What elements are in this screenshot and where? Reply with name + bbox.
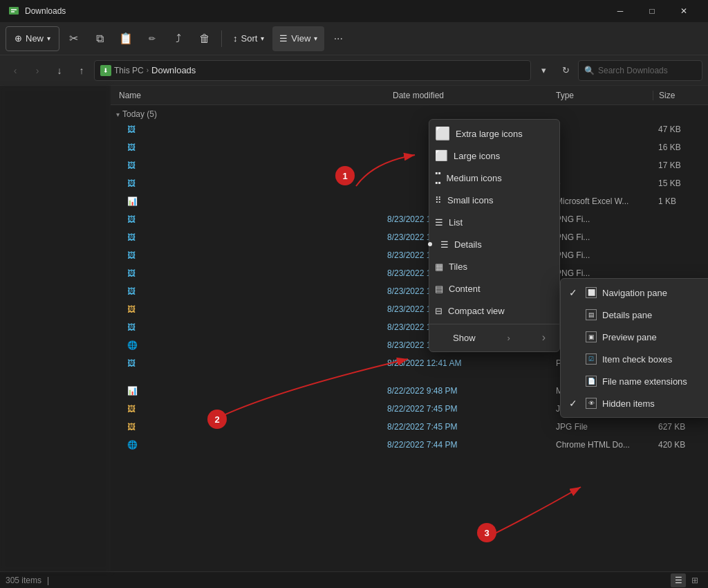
preview-pane-icon: ▣: [586, 331, 597, 342]
view-button[interactable]: ☰ View ▾: [272, 26, 324, 51]
file-date: 8/22/2022 9:48 PM: [387, 386, 556, 396]
file-type: e: [556, 178, 653, 188]
view-large-icons[interactable]: ⬜ Large icons: [429, 145, 559, 167]
file-date: 8/22/2022 7:45 PM: [387, 422, 556, 432]
table-row[interactable]: 🌐 8/22/2022 7:44 PM Chrome HTML Do... 42…: [111, 436, 708, 454]
file-icon: 🖼: [127, 214, 136, 224]
search-box[interactable]: 🔍 Search Downloads: [578, 60, 702, 81]
forward-button[interactable]: ›: [28, 61, 47, 80]
show-hidden-items[interactable]: ✓ 👁 Hidden items: [561, 392, 708, 414]
file-icon: 🖼: [127, 143, 136, 152]
view-medium-icons[interactable]: ▪▪▪▪ Medium icons: [429, 167, 559, 189]
title-bar: Downloads ─ □ ✕: [0, 0, 708, 22]
file-icon: 🖼: [127, 286, 136, 296]
file-date: 8/23/2022 12:41 AM: [387, 358, 556, 368]
table-row[interactable]: 🖼 17 KB: [111, 156, 708, 174]
app-icon: [8, 6, 19, 17]
minimize-button[interactable]: ─: [604, 0, 636, 22]
file-size: 16 KB: [653, 143, 708, 152]
table-row[interactable]: 🖼 e 15 KB: [111, 174, 708, 192]
down-button[interactable]: ↓: [50, 61, 69, 80]
view-dropdown: ⬜ Extra large icons ⬜ Large icons ▪▪▪▪ M…: [429, 119, 560, 352]
show-navigation-pane[interactable]: ✓ ⬜ Navigation pane: [561, 282, 708, 304]
table-row[interactable]: 🖼 8/23/2022 1:31 AM PNG Fi...: [111, 228, 708, 246]
menu-separator: [429, 324, 559, 324]
file-type: PNG Fi...: [556, 268, 653, 278]
file-icon: 🖼: [127, 304, 136, 314]
up-button[interactable]: ↑: [72, 61, 91, 80]
details-view-toggle[interactable]: ☰: [671, 573, 686, 587]
hidden-icon: 👁: [586, 398, 597, 409]
table-row[interactable]: 🖼 47 KB: [111, 120, 708, 138]
file-type: PNG Fi...: [556, 232, 653, 242]
view-tiles[interactable]: ▦ Tiles: [429, 255, 559, 277]
show-preview-pane[interactable]: ▣ Preview pane: [561, 326, 708, 348]
view-details[interactable]: ☰ Details: [429, 233, 559, 255]
table-row[interactable]: 🖼 8/23/2022 1:31 AM PNG Fi...: [111, 246, 708, 264]
more-options-button[interactable]: ···: [326, 26, 351, 51]
file-type: Microsoft Excel W...: [556, 196, 653, 206]
refresh-button[interactable]: ↻: [556, 61, 575, 80]
view-compact[interactable]: ⊟ Compact view: [429, 300, 559, 322]
small-icons-icon: ⠿: [435, 195, 442, 205]
sort-icon: ↕: [233, 33, 238, 44]
view-content[interactable]: ▤ Content: [429, 277, 559, 300]
toolbar: ⊕ New ▾ ✂ ⧉ 📋 ✏ ⤴ 🗑 ↕ Sort ▾ ☰ View ▾ ··…: [0, 22, 708, 55]
rename-button[interactable]: ✏: [140, 26, 165, 51]
table-row[interactable]: 🖼 8/22/2022 7:45 PM JPG File 627 KB: [111, 418, 708, 436]
submenu-arrow-icon: ›: [507, 333, 510, 343]
cut-button[interactable]: ✂: [61, 26, 86, 51]
view-list[interactable]: ☰ List: [429, 211, 559, 233]
maximize-button[interactable]: □: [636, 0, 668, 22]
sort-button[interactable]: ↕ Sort ▾: [226, 26, 271, 51]
address-dropdown-button[interactable]: ▾: [534, 61, 553, 80]
view-small-icons[interactable]: ⠿ Small icons: [429, 189, 559, 211]
file-icon: 🌐: [127, 440, 138, 450]
show-file-extensions[interactable]: 📄 File name extensions: [561, 370, 708, 392]
table-row[interactable]: 🖼 16 KB: [111, 138, 708, 156]
main-layout: Name Date modified Type Size ▾ Today (5)…: [0, 86, 708, 571]
copy-button[interactable]: ⧉: [87, 26, 112, 51]
date-column-header[interactable]: Date modified: [393, 91, 556, 100]
breadcrumb-separator: ›: [147, 66, 149, 74]
share-button[interactable]: ⤴: [166, 26, 191, 51]
details-icon: ☰: [440, 239, 449, 250]
medium-icons-icon: ▪▪▪▪: [435, 168, 441, 187]
new-button[interactable]: ⊕ New ▾: [6, 26, 59, 51]
back-button[interactable]: ‹: [6, 61, 25, 80]
file-size: 15 KB: [653, 178, 708, 188]
tiles-icon: ▦: [435, 261, 443, 272]
type-column-header[interactable]: Type: [556, 91, 653, 100]
hidden-check-icon: ✓: [569, 398, 580, 409]
file-icon: 🖼: [127, 160, 136, 170]
size-column-header[interactable]: Size: [653, 91, 708, 100]
toolbar-separator: [221, 30, 222, 47]
breadcrumb[interactable]: ⬇ This PC › Downloads: [94, 60, 531, 81]
delete-button[interactable]: 🗑: [192, 26, 217, 51]
status-separator: |: [47, 576, 49, 585]
checkboxes-icon: ☑: [586, 353, 597, 365]
file-type: PNG Fi...: [556, 250, 653, 260]
file-icon: 📊: [127, 386, 138, 396]
show-item-checkboxes[interactable]: ☑ Item check boxes: [561, 348, 708, 370]
show-details-pane[interactable]: ▤ Details pane: [561, 304, 708, 326]
view-show-submenu[interactable]: Show ›: [429, 327, 559, 349]
file-type: PNG Fi...: [556, 214, 653, 224]
item-count: 305 items: [6, 576, 41, 585]
paste-button[interactable]: 📋: [113, 26, 138, 51]
file-date: 8/22/2022 7:45 PM: [387, 404, 556, 414]
group-chevron-icon: ▾: [116, 111, 120, 118]
large-icons-toggle[interactable]: ⊞: [687, 573, 702, 587]
sort-dropdown-arrow: ▾: [261, 35, 264, 42]
name-column-header[interactable]: Name: [116, 91, 393, 100]
content-icon: ▤: [435, 284, 443, 294]
svg-rect-0: [9, 7, 19, 15]
details-pane-icon: ▤: [586, 309, 597, 320]
view-extra-large-icons[interactable]: ⬜ Extra large icons: [429, 122, 559, 145]
table-row[interactable]: 📊 Microsoft Excel W... 1 KB: [111, 192, 708, 210]
large-icons-icon: ⬜: [435, 149, 448, 162]
status-bar: 305 items | ☰ ⊞: [0, 571, 708, 588]
file-icon: 🖼: [127, 232, 136, 242]
close-button[interactable]: ✕: [668, 0, 700, 22]
table-row[interactable]: 🖼 8/23/2022 1:31 AM PNG Fi...: [111, 210, 708, 228]
